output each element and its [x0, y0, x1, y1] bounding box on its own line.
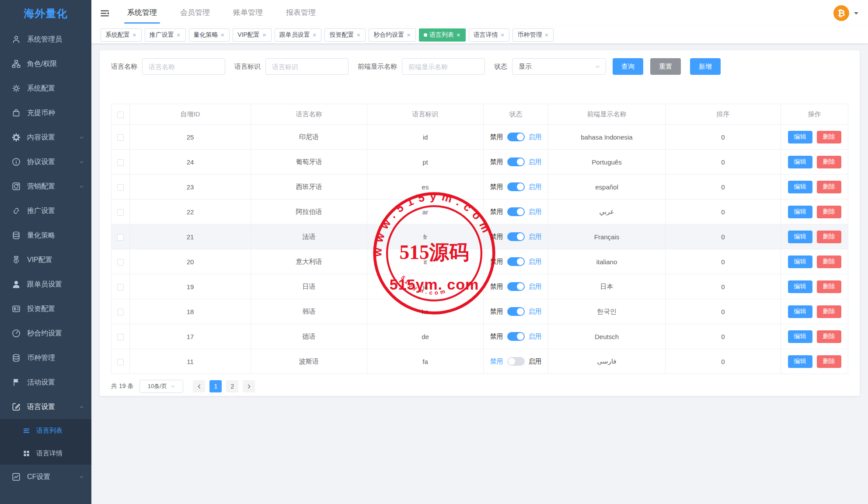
collapse-menu-icon[interactable] [100, 8, 110, 18]
close-icon[interactable]: × [544, 32, 549, 38]
status-select[interactable]: 显示 [512, 58, 606, 75]
row-checkbox[interactable] [117, 334, 124, 340]
sidebar-item-language-settings[interactable]: 语言设置 [0, 395, 91, 419]
page-button-1[interactable]: 1 [209, 380, 222, 392]
top-tab-2[interactable]: 会员管理 [179, 0, 211, 26]
status-switch[interactable] [507, 158, 525, 166]
sidebar-item-vip-config[interactable]: VIP配置 [0, 248, 91, 272]
edit-button[interactable]: 编辑 [788, 231, 812, 243]
tag-chip[interactable]: 推广设置× [145, 28, 186, 42]
delete-button[interactable]: 删除 [817, 280, 841, 293]
status-switch[interactable] [507, 207, 525, 216]
page-button-2[interactable]: 2 [226, 380, 238, 392]
edit-button[interactable]: 编辑 [788, 156, 812, 168]
display-name-input[interactable] [402, 58, 485, 75]
tag-chip[interactable]: 系统配置× [101, 28, 142, 42]
close-icon[interactable]: × [356, 32, 361, 38]
row-checkbox[interactable] [117, 184, 124, 191]
delete-button[interactable]: 删除 [817, 355, 841, 368]
tag-chip[interactable]: 量化策略× [189, 28, 230, 42]
tag-chip[interactable]: VIP配置× [233, 28, 271, 42]
row-checkbox[interactable] [117, 309, 124, 315]
status-switch[interactable] [507, 257, 525, 266]
row-checkbox[interactable] [117, 284, 124, 290]
delete-button[interactable]: 删除 [817, 231, 841, 243]
row-checkbox[interactable] [117, 359, 124, 365]
status-switch[interactable] [507, 332, 525, 341]
sidebar-item-roles-permissions[interactable]: 角色/权限 [0, 52, 91, 76]
close-icon[interactable]: × [500, 32, 505, 38]
top-tab-3[interactable]: 账单管理 [232, 0, 264, 26]
page-size-select[interactable]: 10条/页 [139, 380, 183, 393]
sidebar-item-system-config[interactable]: 系统配置 [0, 76, 91, 101]
sidebar-item-marketing-config[interactable]: 营销配置 [0, 174, 91, 199]
edit-button[interactable]: 编辑 [788, 131, 812, 144]
close-icon[interactable]: × [176, 32, 181, 38]
row-checkbox[interactable] [117, 159, 124, 166]
tag-chip[interactable]: 语言详情× [469, 28, 510, 42]
sidebar-item-follow-trader-settings[interactable]: 跟单员设置 [0, 272, 91, 297]
language-name-input[interactable] [142, 58, 225, 75]
tag-chip[interactable]: 跟单员设置× [275, 28, 322, 42]
sidebar-item-coin-management[interactable]: 币种管理 [0, 346, 91, 370]
status-switch[interactable] [507, 182, 525, 191]
sidebar-item-activity-settings[interactable]: 活动设置 [0, 370, 91, 395]
sidebar-item-promotion-settings[interactable]: 推广设置 [0, 199, 91, 223]
tag-chip-active[interactable]: 语言列表× [419, 28, 466, 42]
reset-button[interactable]: 重置 [650, 58, 681, 75]
language-code-input[interactable] [265, 58, 349, 75]
row-checkbox[interactable] [117, 134, 124, 141]
row-checkbox[interactable] [117, 259, 124, 266]
status-switch[interactable] [507, 282, 525, 291]
select-all-checkbox[interactable] [117, 112, 124, 118]
delete-button[interactable]: 删除 [817, 131, 841, 144]
delete-button[interactable]: 删除 [817, 156, 841, 168]
sidebar-item-content-settings[interactable]: 内容设置 [0, 125, 91, 150]
search-button[interactable]: 查询 [613, 58, 643, 75]
status-switch[interactable] [507, 232, 525, 241]
tag-chip[interactable]: 币种管理× [512, 28, 554, 42]
delete-button[interactable]: 删除 [817, 181, 841, 193]
delete-button[interactable]: 删除 [817, 206, 841, 218]
status-switch[interactable] [507, 133, 525, 141]
user-menu[interactable]: ₿ [833, 5, 858, 21]
tag-chip[interactable]: 投资配置× [324, 28, 366, 42]
top-tab-1[interactable]: 系统管理 [126, 0, 158, 26]
delete-button[interactable]: 删除 [817, 305, 841, 318]
edit-button[interactable]: 编辑 [788, 330, 812, 343]
edit-button[interactable]: 编辑 [788, 206, 812, 218]
top-tab-4[interactable]: 报表管理 [285, 0, 317, 26]
prev-page-button[interactable] [193, 380, 205, 392]
close-icon[interactable]: × [220, 32, 225, 38]
sidebar-item-protocol-settings[interactable]: 协议设置 [0, 150, 91, 174]
status-switch[interactable] [507, 307, 525, 316]
status-off-label: 禁用 [490, 208, 503, 216]
edit-button[interactable]: 编辑 [788, 280, 812, 293]
sidebar-item-investment-config[interactable]: 投资配置 [0, 297, 91, 321]
delete-button[interactable]: 删除 [817, 330, 841, 343]
add-button[interactable]: 新增 [690, 58, 721, 75]
close-icon[interactable]: × [406, 32, 411, 38]
close-icon[interactable]: × [262, 32, 267, 38]
edit-button[interactable]: 编辑 [788, 256, 812, 268]
tag-chip[interactable]: 秒合约设置× [369, 28, 416, 42]
sidebar-item-language-detail[interactable]: 语言详情 [0, 442, 91, 465]
row-checkbox[interactable] [117, 209, 124, 216]
sidebar-item-system-admin[interactable]: 系统管理员 [0, 27, 91, 52]
close-icon[interactable]: × [312, 32, 317, 38]
delete-button[interactable]: 删除 [817, 256, 841, 268]
close-icon[interactable]: × [456, 32, 461, 38]
edit-button[interactable]: 编辑 [788, 305, 812, 318]
close-icon[interactable]: × [132, 32, 137, 38]
status-switch[interactable] [507, 357, 525, 366]
edit-button[interactable]: 编辑 [788, 355, 812, 368]
sidebar-item-deposit-coins[interactable]: 充提币种 [0, 101, 91, 125]
sidebar-item-cf-settings[interactable]: CF设置 [0, 465, 91, 489]
next-page-button[interactable] [243, 380, 255, 392]
sidebar-item-quant-strategy[interactable]: 量化策略 [0, 223, 91, 248]
avatar[interactable]: ₿ [833, 5, 849, 21]
edit-button[interactable]: 编辑 [788, 181, 812, 193]
row-checkbox[interactable] [117, 234, 124, 241]
sidebar-item-language-list[interactable]: 语言列表 [0, 419, 91, 442]
sidebar-item-seconds-contract-settings[interactable]: 秒合约设置 [0, 321, 91, 346]
